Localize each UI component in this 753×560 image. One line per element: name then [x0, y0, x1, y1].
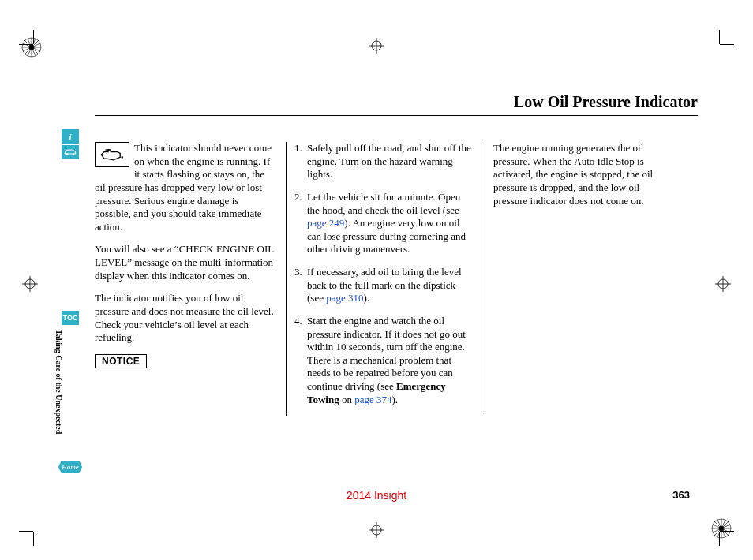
registration-mark-icon: [715, 276, 731, 292]
step-item: Let the vehicle sit for a minute. Open t…: [294, 191, 474, 256]
info-icon: i: [69, 132, 71, 141]
registration-mark-icon: [22, 276, 38, 292]
svg-point-33: [73, 153, 74, 155]
registration-mark-icon: [369, 38, 384, 54]
step-text: Let the vehicle sit for a minute. Open t…: [307, 191, 460, 216]
body-text: The engine running generates the oil pre…: [493, 142, 674, 207]
step-text: ).: [392, 394, 399, 405]
page-title: Low Oil Pressure Indicator: [95, 93, 698, 111]
step-text: Safely pull off the road, and shut off t…: [307, 142, 471, 180]
step-item: If necessary, add oil to bring the level…: [294, 266, 474, 305]
step-item: Start the engine and watch the oil press…: [294, 315, 474, 406]
toc-button[interactable]: TOC: [62, 311, 79, 325]
home-label: Home: [62, 463, 79, 471]
rosette-icon: [710, 517, 732, 539]
home-button[interactable]: Home: [58, 461, 82, 473]
oil-pressure-icon: [95, 142, 129, 167]
header-rule: [95, 115, 698, 116]
step-item: Safely pull off the road, and shut off t…: [294, 142, 474, 181]
body-text: The indicator notifies you of low oil pr…: [95, 292, 275, 345]
toc-label: TOC: [63, 314, 78, 322]
crop-mark: [27, 517, 47, 538]
column-2: Safely pull off the road, and shut off t…: [286, 142, 474, 416]
intro-paragraph: This indicator should never come on when…: [95, 142, 275, 233]
page-link[interactable]: page 374: [354, 394, 391, 405]
car-button[interactable]: [62, 145, 79, 159]
car-icon: [64, 148, 77, 156]
page-number: 363: [672, 489, 690, 501]
step-text: ).: [363, 292, 369, 304]
info-button[interactable]: i: [62, 129, 79, 144]
svg-point-32: [66, 153, 68, 155]
page-header: Low Oil Pressure Indicator: [95, 93, 698, 111]
step-text: on: [339, 394, 355, 405]
rosette-icon: [21, 36, 43, 58]
notice-label: NOTICE: [95, 354, 147, 368]
page-link[interactable]: page 249: [307, 217, 344, 229]
column-3: The engine running generates the oil pre…: [485, 142, 674, 416]
svg-point-34: [121, 156, 123, 159]
footer-model: 2014 Insight: [0, 489, 753, 502]
body-text: You will also see a “CHECK ENGINE OIL LE…: [95, 243, 275, 282]
registration-mark-icon: [369, 522, 384, 538]
section-label: Taking Care of the Unexpected: [54, 330, 63, 456]
page-link[interactable]: page 310: [326, 292, 363, 304]
crop-mark: [706, 38, 726, 58]
column-1: This indicator should never come on when…: [95, 142, 275, 416]
